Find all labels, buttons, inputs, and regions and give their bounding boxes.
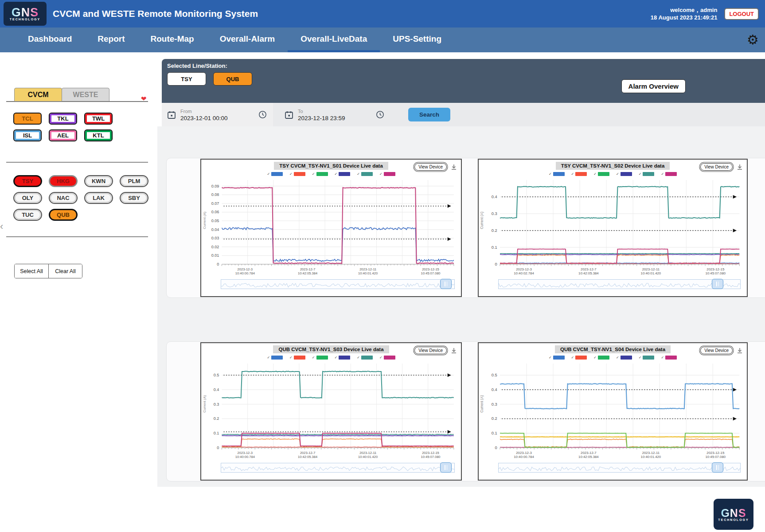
chart-card-1: TSY CVCM_TSY-NV1_S01 Device Live dataVie… <box>200 159 462 297</box>
download-icon[interactable] <box>737 164 743 170</box>
legend-color-chip <box>384 172 395 176</box>
svg-text:0: 0 <box>217 446 219 450</box>
tab-weste[interactable]: WESTE <box>62 88 109 102</box>
search-button[interactable]: Search <box>408 108 450 121</box>
line-button-twl[interactable]: TWL <box>84 113 113 125</box>
svg-text:10:42:05.384: 10:42:05.384 <box>578 455 599 459</box>
view-device-button[interactable]: View Device <box>700 163 733 171</box>
legend-item-3[interactable]: ✓ <box>593 172 609 176</box>
legend-check-icon: ✓ <box>379 356 382 360</box>
station-button-plm[interactable]: PLM <box>120 175 148 187</box>
legend-check-icon: ✓ <box>616 356 619 360</box>
legend-item-3[interactable]: ✓ <box>593 355 609 360</box>
station-button-nac[interactable]: NAC <box>49 192 78 204</box>
legend-item-3[interactable]: ✓ <box>312 355 328 360</box>
legend-item-4[interactable]: ✓ <box>616 172 632 176</box>
chart-range-navigator[interactable] <box>221 279 455 289</box>
legend-item-4[interactable]: ✓ <box>616 355 632 360</box>
station-button-kwn[interactable]: KWN <box>84 175 113 187</box>
view-device-button[interactable]: View Device <box>700 347 733 354</box>
legend-color-chip <box>621 172 632 176</box>
navigator-slider-handle[interactable] <box>712 462 723 473</box>
line-button-tkl[interactable]: TKL <box>49 113 77 125</box>
legend-item-5[interactable]: ✓ <box>639 355 655 360</box>
legend-item-3[interactable]: ✓ <box>312 172 328 176</box>
sidebar-divider-1 <box>6 162 148 163</box>
chart-range-navigator[interactable] <box>221 463 455 473</box>
from-datetime-field[interactable]: From 2023-12-01 00:00 <box>162 103 273 126</box>
legend-color-chip <box>294 356 305 360</box>
legend-item-1[interactable]: ✓ <box>267 355 283 360</box>
gns-logo-subtext: TECHNOLOGY <box>10 18 40 21</box>
select-all-button[interactable]: Select All <box>15 264 48 278</box>
alarm-overview-button[interactable]: Alarm Overview <box>621 79 686 93</box>
legend-item-5[interactable]: ✓ <box>357 172 373 176</box>
nav-item-dashboard[interactable]: Dashboard <box>15 27 85 52</box>
welcome-text: welcome，admin <box>651 6 718 14</box>
line-button-isl[interactable]: ISL <box>13 129 42 141</box>
svg-text:10:42:05.384: 10:42:05.384 <box>298 271 317 275</box>
clear-all-button[interactable]: Clear All <box>48 264 82 278</box>
download-icon[interactable] <box>737 348 743 354</box>
legend-item-2[interactable]: ✓ <box>571 355 587 360</box>
svg-text:Current (A): Current (A) <box>203 211 207 229</box>
legend-item-6[interactable]: ✓ <box>661 172 677 176</box>
legend-item-1[interactable]: ✓ <box>549 172 565 176</box>
legend-item-5[interactable]: ✓ <box>357 355 373 360</box>
clock-icon[interactable] <box>376 110 384 119</box>
navigator-slider-handle[interactable] <box>440 462 452 473</box>
station-button-tsy[interactable]: TSY <box>13 175 42 187</box>
selected-station-button-tsy[interactable]: TSY <box>167 72 206 86</box>
legend-item-2[interactable]: ✓ <box>289 172 305 176</box>
settings-gear-icon[interactable]: ⚙ <box>747 31 759 49</box>
legend-item-1[interactable]: ✓ <box>267 172 283 176</box>
legend-check-icon: ✓ <box>357 356 360 360</box>
selected-line-station-label: Selected Line/Station: <box>162 59 765 69</box>
logout-button[interactable]: LOGOUT <box>724 8 759 20</box>
sidebar-collapse-chevron-icon[interactable]: ‹ <box>0 221 3 232</box>
svg-text:0.09: 0.09 <box>211 184 219 188</box>
selected-station-button-qub[interactable]: QUB <box>213 72 252 86</box>
legend-item-4[interactable]: ✓ <box>335 355 351 360</box>
chart-range-navigator[interactable] <box>498 463 741 473</box>
legend-check-icon: ✓ <box>639 356 642 360</box>
from-value: 2023-12-01 00:00 <box>180 115 238 121</box>
nav-item-ups-setting[interactable]: UPS-Setting <box>380 27 454 52</box>
chart-card-4: QUB CVCM_TSY-NV1_S04 Device Live dataVie… <box>478 342 748 481</box>
legend-item-4[interactable]: ✓ <box>335 172 351 176</box>
legend-check-icon: ✓ <box>661 172 664 176</box>
legend-item-5[interactable]: ✓ <box>639 172 655 176</box>
nav-item-overall-livedata[interactable]: Overall-LiveData <box>288 27 380 52</box>
nav-item-report[interactable]: Report <box>85 27 137 52</box>
tab-cvcm[interactable]: CVCM <box>14 88 62 102</box>
line-button-ktl[interactable]: KTL <box>84 129 113 141</box>
legend-check-icon: ✓ <box>549 172 552 176</box>
legend-item-2[interactable]: ✓ <box>289 355 305 360</box>
legend-check-icon: ✓ <box>593 356 597 360</box>
line-button-tcl[interactable]: TCL <box>13 113 42 125</box>
navigator-slider-handle[interactable] <box>712 279 723 289</box>
station-button-hkg[interactable]: HKG <box>49 175 78 187</box>
download-icon[interactable] <box>451 164 457 170</box>
legend-item-2[interactable]: ✓ <box>571 172 587 176</box>
station-button-lak[interactable]: LAK <box>84 192 113 204</box>
line-button-ael[interactable]: AEL <box>49 129 77 141</box>
station-button-tuc[interactable]: TUC <box>13 209 42 221</box>
station-button-sby[interactable]: SBY <box>120 192 148 204</box>
legend-item-6[interactable]: ✓ <box>661 355 677 360</box>
view-device-button[interactable]: View Device <box>414 347 447 354</box>
chart-range-navigator[interactable] <box>498 279 741 289</box>
navigator-slider-handle[interactable] <box>440 279 452 289</box>
legend-item-6[interactable]: ✓ <box>379 355 395 360</box>
nav-item-route-map[interactable]: Route-Map <box>137 27 207 52</box>
download-icon[interactable] <box>451 348 457 354</box>
station-button-qub[interactable]: QUB <box>49 209 78 221</box>
legend-item-1[interactable]: ✓ <box>549 355 565 360</box>
legend-item-6[interactable]: ✓ <box>379 172 395 176</box>
clock-icon[interactable] <box>258 110 267 119</box>
nav-item-overall-alarm[interactable]: Overall-Alarm <box>207 27 288 52</box>
view-device-button[interactable]: View Device <box>414 163 447 171</box>
svg-text:0.2: 0.2 <box>492 417 497 421</box>
to-datetime-field[interactable]: To 2023-12-18 23:59 <box>279 103 390 126</box>
station-button-oly[interactable]: OLY <box>13 192 42 204</box>
